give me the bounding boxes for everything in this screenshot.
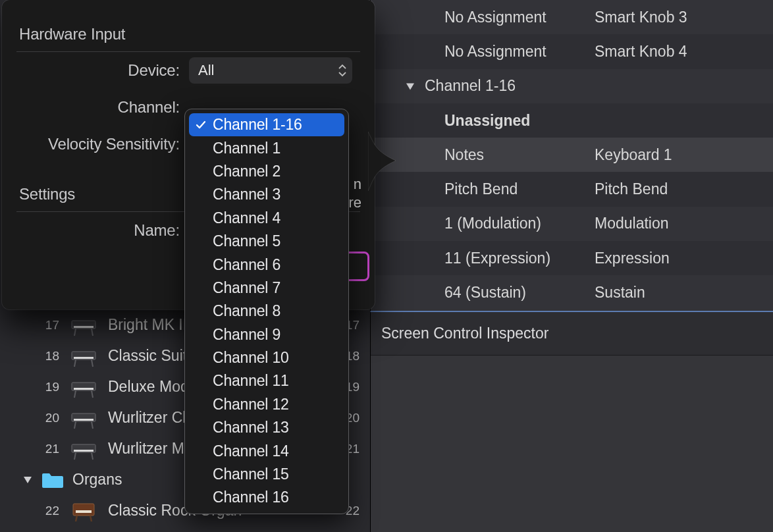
svg-line-6 — [74, 359, 76, 367]
assignment-right-cell: Smart Knob 3 — [595, 9, 773, 26]
assignment-right-cell: Expression — [595, 250, 773, 267]
hardware-input-header: Hardware Input — [16, 9, 360, 52]
assignment-row[interactable]: 64 (Sustain)Sustain — [371, 275, 773, 309]
channel-dropdown-item[interactable]: Channel 9 — [189, 323, 344, 346]
instrument-icon — [68, 407, 99, 429]
assignment-row[interactable]: No AssignmentSmart Knob 4 — [371, 34, 773, 68]
name-label: Name: — [16, 221, 180, 240]
channel-dropdown-item-label: Channel 2 — [213, 163, 280, 180]
channel-dropdown-item[interactable]: Channel 13 — [189, 416, 344, 439]
folder-label: Organs — [72, 471, 122, 489]
assignment-left-cell: Notes — [371, 146, 595, 164]
channel-dropdown-item-label: Channel 1-16 — [213, 116, 302, 134]
assignment-right-cell: Modulation — [595, 215, 773, 232]
channel-dropdown-menu[interactable]: Channel 1-16Channel 1Channel 2Channel 3C… — [184, 109, 349, 514]
channel-dropdown-item-label: Channel 3 — [213, 186, 280, 203]
channel-dropdown-item-label: Channel 7 — [213, 279, 280, 297]
channel-dropdown-item-label: Channel 13 — [213, 419, 289, 437]
disclosure-triangle-icon[interactable] — [22, 475, 34, 485]
channel-dropdown-item[interactable]: Channel 8 — [189, 300, 344, 323]
channel-dropdown-item[interactable]: Channel 7 — [189, 277, 344, 300]
sci-title: Screen Control Inspector — [381, 325, 548, 342]
channel-dropdown-item-label: Channel 10 — [213, 349, 289, 367]
assignment-right-cell: Pitch Bend — [595, 180, 773, 198]
device-label: Device: — [16, 61, 180, 80]
svg-rect-20 — [73, 504, 94, 516]
assignment-row[interactable]: No AssignmentSmart Knob 3 — [371, 0, 773, 34]
patch-index: 17 — [40, 318, 59, 332]
assignment-left-cell: 1 (Modulation) — [371, 215, 595, 232]
assignment-section-row[interactable]: Channel 1-16 — [371, 69, 773, 103]
patch-index: 21 — [40, 442, 59, 456]
channel-dropdown-item-label: Channel 11 — [213, 372, 289, 390]
channel-dropdown-item[interactable]: Channel 3 — [189, 183, 344, 206]
channel-dropdown-item-label: Channel 16 — [213, 489, 289, 506]
channel-dropdown-item[interactable]: Channel 2 — [189, 160, 344, 183]
assignment-left-cell: 64 (Sustain) — [371, 284, 595, 302]
patch-index: 19 — [40, 380, 59, 394]
channel-dropdown-item[interactable]: Channel 6 — [189, 253, 344, 276]
channel-dropdown-item[interactable]: Channel 5 — [189, 230, 344, 253]
assignments-panel: No AssignmentSmart Knob 3No AssignmentSm… — [370, 0, 773, 312]
svg-rect-5 — [74, 357, 93, 359]
instrument-icon — [68, 376, 99, 398]
assignment-row[interactable]: 1 (Modulation)Modulation — [371, 207, 773, 241]
screen-control-inspector: Screen Control Inspector — [370, 312, 773, 532]
channel-dropdown-item-label: Channel 6 — [213, 256, 280, 274]
channel-dropdown-item-label: Channel 1 — [213, 140, 280, 157]
disclosure-triangle-icon[interactable] — [405, 77, 415, 95]
assignment-row[interactable]: 11 (Expression)Expression — [371, 241, 773, 275]
channel-dropdown-item-label: Channel 8 — [213, 302, 280, 320]
instrument-icon — [68, 500, 99, 522]
patch-index: 22 — [40, 504, 59, 518]
assignment-row[interactable]: Pitch BendPitch Bend — [371, 172, 773, 206]
assignment-right-cell: Sustain — [595, 284, 773, 302]
svg-line-22 — [76, 516, 77, 521]
assignment-left-cell: No Assignment — [371, 43, 595, 61]
assignment-left-cell: Pitch Bend — [371, 180, 595, 198]
check-icon — [194, 119, 207, 132]
assignment-left-cell: No Assignment — [371, 9, 595, 26]
updown-stepper-icon — [338, 64, 347, 77]
svg-rect-17 — [74, 450, 93, 452]
channel-dropdown-item[interactable]: Channel 15 — [189, 463, 344, 486]
channel-dropdown-item[interactable]: Channel 11 — [189, 369, 344, 392]
patch-index: 20 — [40, 411, 59, 425]
assignment-left-cell: Channel 1-16 — [371, 77, 595, 95]
channel-dropdown-item-label: Channel 15 — [213, 466, 289, 483]
popover-tail — [368, 132, 400, 191]
svg-line-15 — [92, 421, 93, 429]
svg-rect-21 — [76, 510, 92, 513]
assignment-right-cell: Smart Knob 4 — [595, 43, 773, 61]
svg-line-18 — [74, 452, 76, 460]
channel-dropdown-item[interactable]: Channel 1-16 — [189, 113, 344, 136]
assignment-left-cell: Unassigned — [371, 112, 595, 130]
channel-dropdown-item-label: Channel 12 — [213, 396, 289, 413]
channel-dropdown-item[interactable]: Channel 14 — [189, 439, 344, 462]
svg-rect-1 — [74, 326, 93, 328]
svg-rect-13 — [74, 419, 93, 421]
channel-dropdown-item[interactable]: Channel 16 — [189, 486, 344, 509]
channel-dropdown-item[interactable]: Channel 12 — [189, 393, 344, 416]
instrument-icon — [68, 345, 99, 367]
channel-dropdown-item[interactable]: Channel 10 — [189, 346, 344, 369]
device-select[interactable]: All — [189, 57, 352, 84]
svg-line-3 — [92, 329, 93, 336]
instrument-icon — [68, 314, 99, 336]
assignment-row[interactable]: Unassigned — [371, 103, 773, 138]
assignment-left-cell: 11 (Expression) — [371, 250, 595, 267]
svg-line-11 — [92, 390, 93, 398]
assignment-right-cell: Keyboard 1 — [595, 146, 773, 164]
patch-index: 18 — [40, 349, 59, 363]
channel-dropdown-item[interactable]: Channel 4 — [189, 207, 344, 230]
channel-dropdown-item[interactable]: Channel 1 — [189, 136, 344, 159]
assignment-row[interactable]: NotesKeyboard 1 — [371, 138, 773, 172]
svg-line-19 — [92, 452, 93, 460]
device-value: All — [198, 62, 214, 79]
channel-dropdown-item-label: Channel 4 — [213, 209, 280, 227]
channel-dropdown-item-label: Channel 14 — [213, 442, 289, 460]
channel-dropdown-item-label: Channel 9 — [213, 326, 280, 344]
svg-line-2 — [74, 329, 76, 336]
svg-line-23 — [90, 516, 92, 521]
svg-line-10 — [74, 390, 76, 398]
